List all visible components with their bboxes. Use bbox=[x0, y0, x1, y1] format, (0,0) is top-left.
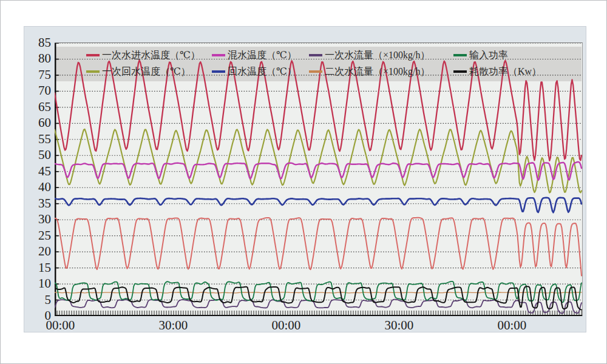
x-axis-label: 00:00 bbox=[262, 318, 310, 333]
x-axis-tick-comb bbox=[55, 311, 582, 315]
x-axis-label: 00:00 bbox=[36, 318, 84, 333]
series-line-secondary_flow bbox=[55, 292, 582, 293]
y-axis-label: 5 bbox=[24, 293, 51, 306]
legend-swatch-primary_return_temp bbox=[86, 70, 100, 73]
legend-label: 回水温度（℃） bbox=[228, 66, 297, 76]
screenshot-frame: 一次水进水温度（℃）混水温度（℃）一次水流量（×100kg/h）输入功率一次回水… bbox=[0, 0, 607, 364]
legend-swatch-dissipated_power bbox=[453, 70, 467, 73]
y-axis-label: 40 bbox=[24, 180, 51, 194]
y-axis-label: 75 bbox=[24, 68, 51, 81]
series-line-input_power bbox=[55, 281, 582, 303]
legend-label: 一次水流量（×100kg/h） bbox=[325, 50, 430, 60]
legend-item-primary_return_temp: 一次回水温度（℃） bbox=[86, 66, 191, 79]
legend-label: 二次水流量（×100kg/h） bbox=[325, 66, 430, 76]
chart-panel: 一次水进水温度（℃）混水温度（℃）一次水流量（×100kg/h）输入功率一次回水… bbox=[24, 26, 586, 332]
y-axis-label: 30 bbox=[24, 212, 51, 226]
legend-swatch-primary_supply_temp bbox=[86, 54, 100, 56]
y-axis-label: 85 bbox=[24, 36, 51, 49]
series-line-salmon_line_unlabeled bbox=[55, 218, 582, 276]
series-line-primary_return_temp bbox=[55, 129, 582, 193]
series-line-return_water_temp bbox=[55, 198, 582, 212]
y-axis-label: 45 bbox=[24, 164, 51, 178]
legend-item-input_power: 输入功率 bbox=[453, 49, 508, 62]
legend-label: 输入功率 bbox=[469, 50, 508, 60]
y-axis-label: 70 bbox=[24, 84, 51, 97]
y-axis-label: 20 bbox=[24, 244, 51, 258]
y-axis-label: 60 bbox=[24, 116, 51, 129]
y-axis-label: 15 bbox=[24, 261, 51, 274]
legend-swatch-secondary_flow bbox=[309, 70, 322, 73]
legend-item-primary_supply_temp: 一次水进水温度（℃） bbox=[86, 49, 200, 62]
legend-label: 一次水进水温度（℃） bbox=[102, 50, 200, 60]
chart-canvas bbox=[55, 43, 582, 316]
y-axis-label: 50 bbox=[24, 148, 51, 161]
legend-swatch-primary_flow bbox=[309, 54, 322, 56]
legend-swatch-mixed_water_temp bbox=[212, 54, 225, 56]
x-axis-label: 30:00 bbox=[375, 318, 423, 333]
legend-label: 混水温度（℃） bbox=[228, 50, 297, 60]
legend-swatch-return_water_temp bbox=[212, 70, 225, 73]
legend-swatch-input_power bbox=[453, 54, 467, 56]
y-axis-label: 10 bbox=[24, 277, 51, 290]
legend-item-return_water_temp: 回水温度（℃） bbox=[212, 66, 297, 79]
x-axis-label: 00:00 bbox=[487, 318, 536, 333]
y-axis-label: 25 bbox=[24, 229, 51, 242]
x-axis-label: 30:00 bbox=[149, 318, 197, 333]
legend-label: 一次回水温度（℃） bbox=[102, 66, 191, 76]
y-axis-label: 55 bbox=[24, 132, 51, 146]
y-axis-label: 65 bbox=[24, 100, 51, 113]
y-axis-label: 80 bbox=[24, 52, 51, 65]
legend-item-secondary_flow: 二次水流量（×100kg/h） bbox=[309, 66, 430, 79]
y-axis-label: 35 bbox=[24, 197, 51, 210]
legend-label: 耗散功率（Kw） bbox=[469, 66, 541, 76]
legend-item-mixed_water_temp: 混水温度（℃） bbox=[212, 49, 297, 62]
legend-item-primary_flow: 一次水流量（×100kg/h） bbox=[309, 49, 430, 62]
legend-item-dissipated_power: 耗散功率（Kw） bbox=[453, 66, 541, 79]
plot-area: 一次水进水温度（℃）混水温度（℃）一次水流量（×100kg/h）输入功率一次回水… bbox=[55, 42, 583, 316]
